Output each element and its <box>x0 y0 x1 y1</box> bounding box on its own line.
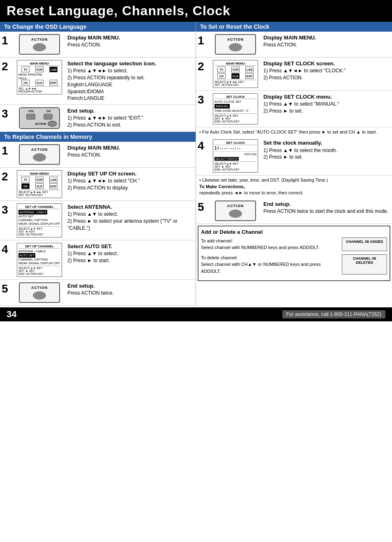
step-text-c5: End setup. Press ACTION twice. <box>67 282 194 297</box>
step-img-c1: ACTION <box>15 144 64 165</box>
step-num-c3: 3 <box>2 204 13 216</box>
step-num-k3: 3 <box>198 94 209 106</box>
step-num-k1: 1 <box>198 35 209 46</box>
step-text-c2: Display SET UP CH screen. 1) Press ▲▼◄► … <box>67 170 194 191</box>
step-num-k5: 5 <box>198 201 209 213</box>
step-img-c5: ACTION <box>15 282 64 303</box>
step-lang-3: 3 VOL CH ACTION <box>0 105 196 132</box>
step-clk-2: 2 MAIN MENU TV VCR LAN CH CLK EXIT <box>196 58 392 91</box>
step-clk-3: 3 SET CLOCK AUTO CLOCK SET MANUAL TIME Z… <box>196 91 392 127</box>
add-delete-section: Add or Delete a Channel To add channel: … <box>198 226 390 281</box>
step-text-l2: Select the language selection icon. 1) P… <box>67 60 194 102</box>
step-img-l2: MAIN MENU TV VCR LAN MENU PRINCIPAL HOLA… <box>15 60 64 95</box>
step-img-k1: ACTION <box>211 34 260 55</box>
page-footer: 34 For assistance, call 1-800-211-PANA(7… <box>0 307 392 321</box>
footer-help-text: For assistance, call 1-800-211-PANA(7262… <box>282 310 385 318</box>
footer-page-num: 34 <box>7 309 16 320</box>
right-column: To Set or Reset the Clock 1 ACTION Displ… <box>196 22 392 306</box>
step-lang-2: 2 MAIN MENU TV VCR LAN MENU PRINCIPAL HO… <box>0 58 196 105</box>
step-clk-4: 4 SET CLOCK 1/---- --:-- DST:ON SELECT M… <box>196 137 392 175</box>
step-num-c5: 5 <box>2 283 13 295</box>
del-channel-text: To delete channel: Select channel with C… <box>201 254 339 275</box>
del-channel-row: To delete channel: Select channel with C… <box>201 254 387 275</box>
step-img-k3: SET CLOCK AUTO CLOCK SET MANUAL TIME ZON… <box>211 93 260 125</box>
step-text-k4: Set the clock manually. 1) Press ▲▼ to s… <box>263 139 390 161</box>
step-img-l3: VOL CH ACTION <box>15 107 64 129</box>
step-ch-2: 2 MAIN MENU TV VCR LAN CH CLK EXIT <box>0 168 196 201</box>
add-channel-text: To add channel: Select channel with NUMB… <box>201 238 339 251</box>
step-text-c4: Select AUTO SET. 1) Press ▲▼ to select. … <box>67 243 194 264</box>
section-header-language: To Change the OSD Language <box>0 22 196 32</box>
step-text-l1: Display MAIN MENU.Press ACTION. <box>67 34 194 48</box>
step-clk-5: 5 ACTION End setup. Press ACTION twice t… <box>196 198 392 224</box>
step-img-k2: MAIN MENU TV VCR LAN CH CLK EXIT SELECT:… <box>211 60 260 88</box>
step-text-k1: Display MAIN MENU.Press ACTION. <box>263 34 390 48</box>
add-channel-badge: CHANNEL 08 ADDED <box>342 238 387 251</box>
step-ch-4: 4 SET UP CHANNEL ANTENNA : CABLE AUTO SE… <box>0 240 196 280</box>
note-auto-clock: • For Auto Clock Set, select "AUTO CLOCK… <box>199 129 389 135</box>
step-text-k2: Display SET CLOCK screen. 1) Press ▲▼◄► … <box>263 60 390 81</box>
add-channel-row: To add channel: Select channel with NUMB… <box>201 238 387 251</box>
step-text-k5: End setup. Press ACTION twice to start t… <box>263 201 390 215</box>
add-del-title: Add or Delete a Channel <box>201 229 387 235</box>
section-header-clock: To Set or Reset the Clock <box>196 22 392 32</box>
step-img-l1: ACTION <box>15 34 64 55</box>
step-num-l1: 1 <box>2 35 13 46</box>
step-text-c3: Select ANTENNA. 1) Press ▲▼ to select. 2… <box>67 203 194 232</box>
left-column: To Change the OSD Language 1 ACTION Disp… <box>0 22 196 306</box>
section-header-channels: To Replace Channels in Memory <box>0 132 196 142</box>
step-num-c1: 1 <box>2 145 13 157</box>
step-clk-1: 1 ACTION Display MAIN MENU.Press ACTION. <box>196 32 392 58</box>
step-ch-3: 3 SET UP CHANNEL ANTENNA : CABLE AUTO SE… <box>0 201 196 240</box>
note-likewise: • Likewise set date, year, time, and DST… <box>199 177 389 196</box>
step-num-l2: 2 <box>2 61 13 72</box>
step-img-c3: SET UP CHANNEL ANTENNA : CABLE AUTO SET … <box>15 203 64 238</box>
step-ch-1: 1 ACTION Display MAIN MENU.Press ACTION. <box>0 142 196 168</box>
step-text-c1: Display MAIN MENU.Press ACTION. <box>67 144 194 159</box>
step-img-c2: MAIN MENU TV VCR LAN CH CLK EXIT SELECT:… <box>15 170 64 198</box>
step-num-k4: 4 <box>198 140 209 152</box>
del-channel-badge: CHANNEL 08 DELETED <box>342 254 387 275</box>
step-text-k3: Display SET CLOCK menu. 1) Press ▲▼ to s… <box>263 93 390 115</box>
page-title: Reset Language, Channels, Clock <box>0 0 392 22</box>
step-num-l3: 3 <box>2 108 13 120</box>
step-num-c4: 4 <box>2 244 13 255</box>
step-num-k2: 2 <box>198 61 209 72</box>
step-lang-1: 1 ACTION Display MAIN MENU.Press ACTION. <box>0 32 196 58</box>
step-num-c2: 2 <box>2 171 13 182</box>
step-img-k5: ACTION <box>211 201 260 221</box>
step-img-c4: SET UP CHANNEL ANTENNA : CABLE AUTO SET … <box>15 243 64 277</box>
step-text-l3: End setup. 1) Press ▲▼◄► to select "EXIT… <box>67 107 194 129</box>
step-img-k4: SET CLOCK 1/---- --:-- DST:ON SELECT MON… <box>211 139 260 173</box>
step-ch-5: 5 ACTION End setup. Press ACTION twice. <box>0 280 196 306</box>
